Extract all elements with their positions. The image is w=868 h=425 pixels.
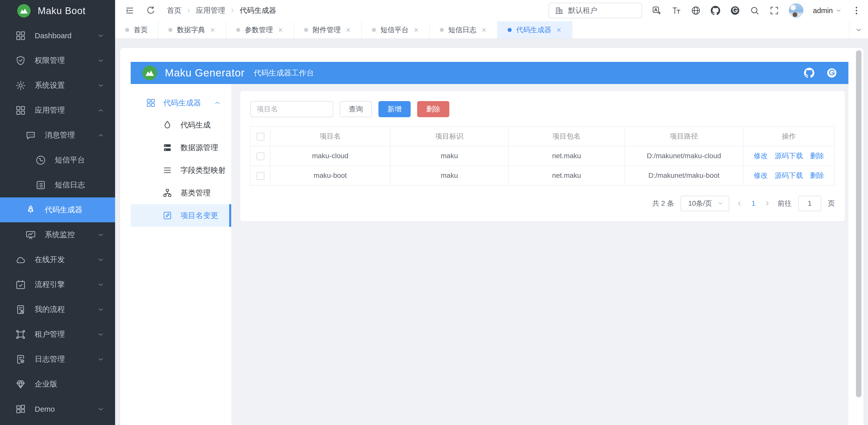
avatar[interactable] — [789, 3, 803, 18]
edit-link[interactable]: 修改 — [754, 151, 768, 161]
edit-link[interactable]: 修改 — [754, 171, 768, 180]
top-header: 首页 应用管理 代码生成器 默认租户 admin — [115, 0, 868, 21]
download-source-link[interactable]: 源码下载 — [775, 171, 803, 180]
download-source-link[interactable]: 源码下载 — [775, 151, 803, 161]
nav-item-project-rename[interactable]: 项目名变更 — [131, 204, 231, 227]
goto-page-input[interactable] — [798, 196, 821, 211]
tab-sms-platform[interactable]: 短信平台 — [362, 21, 430, 38]
nav-item-code-generation[interactable]: 代码生成 — [131, 114, 231, 136]
close-icon[interactable] — [413, 27, 419, 33]
tab-dot — [168, 28, 173, 32]
close-icon[interactable] — [345, 27, 351, 33]
page-number[interactable]: 1 — [750, 199, 757, 207]
diamond-icon — [15, 379, 26, 390]
sidebar-item-tenant-management[interactable]: 租户管理 — [0, 322, 115, 347]
sidebar-item-sms-platform[interactable]: 短信平台 — [0, 148, 115, 172]
tab-param-management[interactable]: 参数管理 — [226, 21, 294, 38]
cloud-icon — [15, 254, 26, 265]
select-all-checkbox[interactable] — [256, 133, 265, 141]
gitee-icon[interactable] — [730, 5, 740, 16]
breadcrumb-current: 代码生成器 — [240, 5, 276, 16]
delete-button[interactable]: 删除 — [417, 101, 449, 117]
search-icon[interactable] — [750, 5, 760, 16]
next-page-icon[interactable] — [764, 200, 771, 207]
sidebar-item-label: Dashboard — [35, 31, 72, 40]
sidebar-item-my-flows[interactable]: 我的流程 — [0, 297, 115, 322]
nav-item-datasource-management[interactable]: 数据源管理 — [131, 136, 231, 159]
github-icon[interactable] — [804, 67, 815, 79]
sidebar-item-flow-engine[interactable]: 流程引擎 — [0, 272, 115, 297]
vertical-scrollbar[interactable] — [856, 50, 862, 397]
cell-project-code: maku — [390, 146, 508, 166]
close-icon[interactable] — [210, 27, 216, 33]
nav-item-field-type-mapping[interactable]: 字段类型映射 — [131, 159, 231, 181]
projects-table: 项目名 项目标识 项目包名 项目路径 操作 maku-cloud — [250, 126, 835, 186]
sidebar-item-sms-log[interactable]: 短信日志 — [0, 172, 115, 197]
row-checkbox[interactable] — [256, 152, 265, 160]
github-icon[interactable] — [710, 5, 720, 16]
sidebar-item-label: 应用管理 — [35, 105, 65, 115]
chevron-down-icon — [717, 200, 724, 207]
chevron-right-icon — [185, 7, 192, 14]
more-vertical-icon[interactable] — [851, 5, 862, 16]
breadcrumb-app-management[interactable]: 应用管理 — [196, 5, 225, 16]
tab-attachment-management[interactable]: 附件管理 — [294, 21, 362, 38]
sidebar-item-demo[interactable]: Demo — [0, 397, 115, 422]
breadcrumb-home[interactable]: 首页 — [167, 5, 181, 16]
delete-link[interactable]: 删除 — [810, 171, 824, 180]
sidebar-item-online-dev[interactable]: 在线开发 — [0, 247, 115, 272]
tenant-select[interactable]: 默认租户 — [549, 3, 642, 18]
server-icon — [162, 143, 173, 153]
tab-dropdown-button[interactable] — [849, 21, 868, 38]
page-size-select[interactable]: 10条/页 — [681, 196, 729, 211]
prev-page-icon[interactable] — [736, 200, 743, 207]
sidebar-item-label: 权限管理 — [35, 55, 65, 66]
pagination: 共 2 条 10条/页 1 前往 页 — [250, 196, 835, 211]
collapse-menu-icon[interactable] — [125, 5, 135, 16]
font-size-icon[interactable] — [671, 5, 681, 16]
toolbar: 查询 新增 删除 — [250, 101, 835, 117]
sidebar-item-code-generator[interactable]: 代码生成器 — [0, 197, 115, 222]
monitor-chart-icon — [25, 229, 36, 240]
cell-project-package: net.maku — [508, 146, 625, 166]
delete-link[interactable]: 删除 — [810, 151, 824, 161]
chevron-down-icon — [835, 7, 842, 14]
translate-icon[interactable] — [652, 5, 662, 16]
tab-data-dict[interactable]: 数据字典 — [158, 21, 226, 38]
sidebar-item-app-management[interactable]: 应用管理 — [0, 98, 115, 123]
sidebar-item-dashboard[interactable]: Dashboard — [0, 23, 115, 48]
close-icon[interactable] — [556, 27, 562, 33]
cell-project-path: D:/makunet/maku-boot — [625, 166, 743, 185]
close-icon[interactable] — [277, 27, 283, 33]
username: admin — [813, 6, 833, 15]
nav-item-label: 数据源管理 — [180, 143, 218, 153]
generator-nav-group[interactable]: 代码生成器 — [131, 92, 231, 114]
nav-item-baseclass-management[interactable]: 基类管理 — [131, 181, 231, 204]
row-checkbox[interactable] — [256, 172, 265, 180]
sidebar-item-system-settings[interactable]: 系统设置 — [0, 73, 115, 98]
project-name-input[interactable] — [250, 101, 333, 117]
tab-dot — [372, 28, 376, 32]
tab-code-generator[interactable]: 代码生成器 — [498, 21, 572, 38]
total-count: 共 2 条 — [652, 199, 674, 208]
sidebar-item-permissions[interactable]: 权限管理 — [0, 48, 115, 73]
sidebar-item-log-management[interactable]: 日志管理 — [0, 347, 115, 372]
refresh-icon[interactable] — [146, 5, 156, 16]
close-icon[interactable] — [481, 27, 487, 33]
tab-label: 参数管理 — [245, 25, 273, 35]
tab-home[interactable]: 首页 — [115, 21, 158, 38]
sidebar-item-message-management[interactable]: 消息管理 — [0, 123, 115, 148]
globe-icon[interactable] — [691, 5, 701, 16]
fullscreen-icon[interactable] — [769, 5, 779, 16]
tab-sms-log[interactable]: 短信日志 — [430, 21, 498, 38]
sidebar-item-system-monitor[interactable]: 系统监控 — [0, 222, 115, 247]
add-button[interactable]: 新增 — [378, 101, 411, 117]
query-button[interactable]: 查询 — [340, 101, 372, 117]
generator-brand: Maku Generator — [165, 67, 245, 79]
tab-label: 短信日志 — [448, 25, 476, 35]
sidebar-item-enterprise[interactable]: 企业版 — [0, 372, 115, 397]
generator-subtitle: 代码生成器工作台 — [254, 68, 314, 78]
gitee-icon[interactable] — [826, 67, 837, 79]
user-menu[interactable]: admin — [813, 6, 842, 15]
generator-body: 代码生成器 代码生成 数据源管理 字段类型映射 基类管理 — [131, 84, 848, 425]
